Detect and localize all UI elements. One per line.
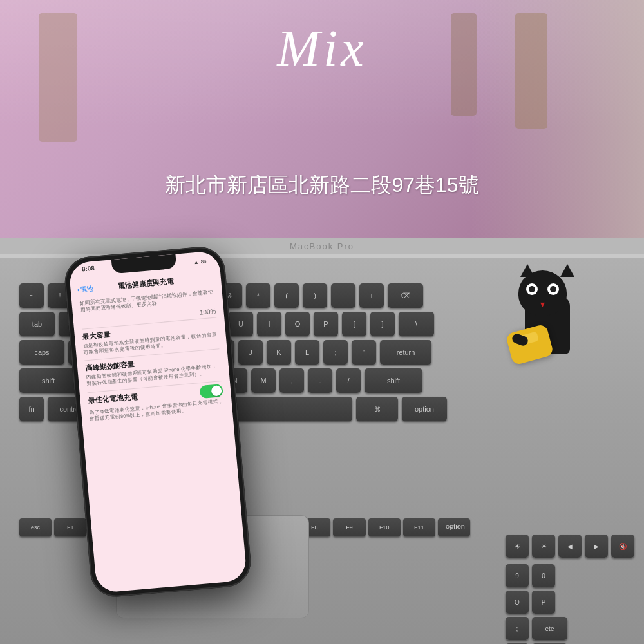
key-volume-up[interactable]: ▶ [585, 535, 608, 558]
key-rbrace[interactable]: ] [370, 312, 395, 336]
key-0[interactable]: ) [303, 283, 327, 308]
key-o-right[interactable]: O [506, 591, 529, 614]
macbook-label: MacBook Pro [0, 238, 644, 254]
wifi-icon: ▲ [193, 259, 199, 265]
key-9[interactable]: ( [274, 283, 299, 308]
key-minus[interactable]: _ [331, 283, 355, 308]
key-8[interactable]: * [246, 283, 270, 308]
key-brightness-down[interactable]: ☀ [506, 535, 529, 558]
key-shift-right[interactable]: shift [365, 368, 422, 393]
nav-title: 電池健康度與充電 [117, 276, 175, 291]
cat-figurine: ▾ [509, 264, 586, 367]
key-semicol-right[interactable]: ; [506, 617, 529, 640]
key-volume-down[interactable]: ◀ [558, 535, 582, 558]
iphone-content: ‹ 電池 電池健康度與充電 如同所有充電式電池，手機電池隨計消耗性組件，會隨著使… [70, 269, 247, 594]
key-cmd-right[interactable]: ⌘ [356, 397, 398, 421]
status-icons: ▲ 84 [193, 255, 207, 269]
nav-back-label: 電池 [80, 283, 93, 294]
key-fn[interactable]: fn [19, 397, 44, 421]
key-m[interactable]: M [251, 368, 276, 393]
battery-indicator: 84 [200, 258, 207, 265]
key-i[interactable]: I [257, 312, 281, 336]
scene: Mix 新北市新店區北新路二段97巷15號 MacBook Pro esc F1… [0, 0, 644, 644]
iphone: 8:08 ▲ 84 ‹ 電池 電池健康度與充電 如同所有 [62, 245, 252, 599]
key-j[interactable]: J [238, 340, 263, 365]
key-0-right[interactable]: 0 [532, 564, 555, 587]
nav-back-button[interactable]: ‹ 電池 [77, 283, 93, 294]
back-chevron-icon: ‹ [77, 286, 79, 293]
section3-heading: 最佳化電池充電 [88, 392, 138, 406]
status-time: 8:08 [81, 265, 95, 279]
key-period[interactable]: . [308, 368, 332, 393]
key-return-right[interactable]: ete [532, 617, 567, 640]
optimized-charging-toggle[interactable] [199, 384, 223, 399]
key-slash[interactable]: / [336, 368, 361, 393]
key-comma[interactable]: , [279, 368, 304, 393]
settings-content: 如同所有充電式電池，手機電池隨計消耗性組件，會隨著使用時間而逐漸降低效能。更多內… [71, 286, 233, 431]
key-o[interactable]: O [285, 312, 310, 336]
key-k[interactable]: K [267, 340, 291, 365]
key-p[interactable]: P [314, 312, 338, 336]
brand-name: Mix [277, 19, 366, 78]
key-shift-left[interactable]: shift [19, 368, 77, 393]
key-tab[interactable]: tab [19, 312, 55, 336]
key-backspace[interactable]: ⌫ [388, 283, 423, 308]
key-backtick[interactable]: ~ [19, 283, 44, 308]
address-text: 新北市新店區北新路二段97巷15號 [165, 171, 478, 200]
key-quote[interactable]: ' [352, 340, 376, 365]
key-lbrace[interactable]: [ [342, 312, 366, 336]
iphone-screen: 8:08 ▲ 84 ‹ 電池 電池健康度與充電 如同所有 [68, 251, 247, 593]
key-semicolon[interactable]: ; [323, 340, 348, 365]
key-l[interactable]: L [295, 340, 319, 365]
laptop-screen: Mix 新北市新店區北新路二段97巷15號 [0, 0, 644, 238]
key-9[interactable]: 9 [506, 564, 529, 587]
key-return[interactable]: return [380, 340, 431, 365]
right-keyboard-cluster: ☀ ☀ ◀ ▶ 🔇 9 0 O P ; ete / sh [506, 535, 634, 644]
key-caps[interactable]: caps [19, 340, 64, 365]
key-brightness-up[interactable]: ☀ [532, 535, 555, 558]
key-option-right[interactable]: option [402, 397, 447, 421]
key-u[interactable]: U [229, 312, 253, 336]
key-mute[interactable]: 🔇 [611, 535, 634, 558]
key-equals[interactable]: + [359, 283, 384, 308]
key-p-right[interactable]: P [532, 591, 555, 614]
key-backslash[interactable]: \ [399, 312, 434, 336]
